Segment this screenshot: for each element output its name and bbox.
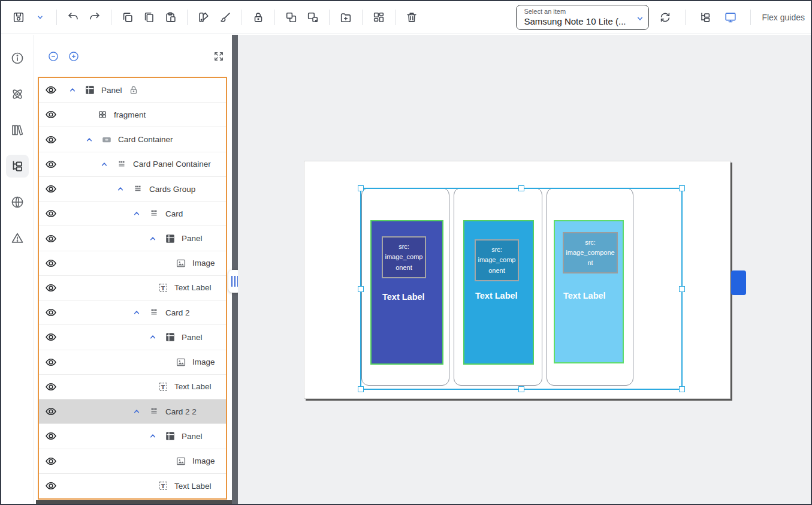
rail-item-tree[interactable] [6,155,29,178]
tree-row-card-2-2[interactable]: Card 2 2 [39,399,226,424]
tree-row-card-panel-container[interactable]: Card Panel Container [39,152,226,177]
visibility-eye-icon[interactable] [45,208,57,220]
artboard[interactable]: src: image_componentText Labelsrc: image… [304,161,731,399]
collapse-chevron-icon[interactable] [99,160,109,169]
selection-handle-br[interactable] [679,386,685,392]
delete-button[interactable] [403,8,421,26]
visibility-eye-icon[interactable] [45,257,57,269]
tree-row-panel[interactable]: Panel [39,226,226,251]
visibility-eye-icon[interactable] [45,109,57,121]
tree-row-fragment[interactable]: fragment [39,103,226,127]
tree-row-label: Image [192,456,215,465]
visibility-eye-icon[interactable] [45,84,57,96]
collapse-chevron-icon[interactable] [148,431,158,441]
tree-row-panel[interactable]: Panel [39,424,226,449]
design-canvas[interactable]: src: image_componentText Labelsrc: image… [238,35,811,504]
tree-row-image[interactable]: Image [39,251,226,276]
canvas-card-2[interactable]: src: image_componentText Label [454,188,542,386]
collapse-chevron-icon[interactable] [148,234,158,244]
image-placeholder[interactable]: src: image_component [563,232,618,273]
selection-handle-bm[interactable] [518,386,524,392]
rail-item-info[interactable] [6,47,29,70]
send-backward-button[interactable] [304,8,322,26]
rail-item-warnings[interactable] [6,227,29,250]
collapse-chevron-icon[interactable] [84,135,94,145]
tree-row-panel[interactable]: Panel [39,325,226,350]
visibility-eye-icon[interactable] [45,455,57,467]
visibility-eye-icon[interactable] [45,158,57,170]
stack-icon [149,406,159,417]
tree-row-text-label[interactable]: TText Label [39,276,226,300]
tree-row-panel[interactable]: Panel [39,78,226,103]
lock-button[interactable] [249,8,267,26]
visibility-eye-icon[interactable] [45,183,57,195]
card-panel[interactable]: src: image_componentText Label [463,220,534,365]
visibility-eye-icon[interactable] [45,356,57,368]
collapse-chevron-icon[interactable] [116,184,125,194]
visibility-eye-icon[interactable] [45,405,57,417]
selection-handle-tl[interactable] [358,185,364,191]
selection-handle-ml[interactable] [358,286,364,292]
bring-forward-button[interactable] [282,8,300,26]
selection-handle-bl[interactable] [358,386,364,392]
visibility-eye-icon[interactable] [45,381,57,393]
image-icon [176,258,186,269]
tree-row-text-label[interactable]: TText Label [39,474,226,498]
side-panel-handle[interactable] [731,270,746,295]
tree-row-cards-group[interactable]: Cards Group [39,177,226,202]
tree-horizontal-scrollbar[interactable] [36,500,234,504]
preview-monitor-button[interactable] [722,8,739,26]
visibility-eye-icon[interactable] [45,282,57,294]
visibility-eye-icon[interactable] [45,480,57,492]
canvas-card-3[interactable]: src: image_componentText Label [547,188,633,386]
selection-handle-mr[interactable] [679,286,685,292]
selection-handle-tm[interactable] [518,185,524,191]
device-selector[interactable]: Select an item Samsung Note 10 Lite (... [516,5,649,30]
brush-button[interactable] [216,8,234,26]
duplicate-button[interactable] [140,8,158,26]
tree-row-card-2[interactable]: Card 2 [39,300,226,325]
visibility-eye-icon[interactable] [45,306,57,318]
card-panel[interactable]: src: image_componentText Label [554,220,624,363]
collapse-chevron-icon[interactable] [148,332,158,342]
theme-palette-button[interactable] [195,8,213,26]
card-text-label[interactable]: Text Label [475,291,518,300]
save-button[interactable] [10,8,28,26]
collapse-chevron-icon[interactable] [132,308,141,317]
card-text-label[interactable]: Text Label [563,291,606,300]
rail-item-globe[interactable] [6,191,29,214]
zoom-out-button[interactable] [47,50,59,62]
paste-button[interactable] [162,8,180,26]
card-panel[interactable]: src: image_componentText Label [370,220,443,365]
tree-view-button[interactable] [696,8,714,26]
copy-button[interactable] [119,8,137,26]
canvas-card-1[interactable]: src: image_componentText Label [361,188,449,386]
collapse-chevron-icon[interactable] [132,407,141,416]
expand-tree-button[interactable] [213,50,225,62]
redo-button[interactable] [86,8,104,26]
image-placeholder[interactable]: src: image_component [475,239,519,281]
tree-row-image[interactable]: Image [39,449,226,474]
visibility-eye-icon[interactable] [45,233,57,245]
tree-row-image[interactable]: Image [39,350,226,375]
image-placeholder[interactable]: src: image_component [382,236,426,278]
visibility-eye-icon[interactable] [45,134,57,146]
rail-item-atom[interactable] [6,83,29,106]
zoom-in-button[interactable] [68,50,80,62]
selection-handle-tr[interactable] [679,185,685,191]
collapse-chevron-icon[interactable] [68,85,77,95]
refresh-button[interactable] [656,8,674,26]
add-folder-button[interactable] [337,8,355,26]
save-expand-chevron-button[interactable] [31,8,49,26]
rail-item-library[interactable] [6,119,29,142]
visibility-eye-icon[interactable] [45,430,57,442]
collapse-chevron-icon[interactable] [132,209,141,218]
layout-grid-button[interactable] [370,8,388,26]
tree-row-text-label[interactable]: TText Label [39,375,226,399]
visibility-eye-icon[interactable] [45,331,57,343]
card-text-label[interactable]: Text Label [382,292,425,302]
tree-row-card[interactable]: Card [39,202,226,226]
tree-row-card-container[interactable]: Card Container [39,127,226,152]
undo-button[interactable] [64,8,82,26]
panel-divider-scrollbar[interactable] [232,35,238,504]
